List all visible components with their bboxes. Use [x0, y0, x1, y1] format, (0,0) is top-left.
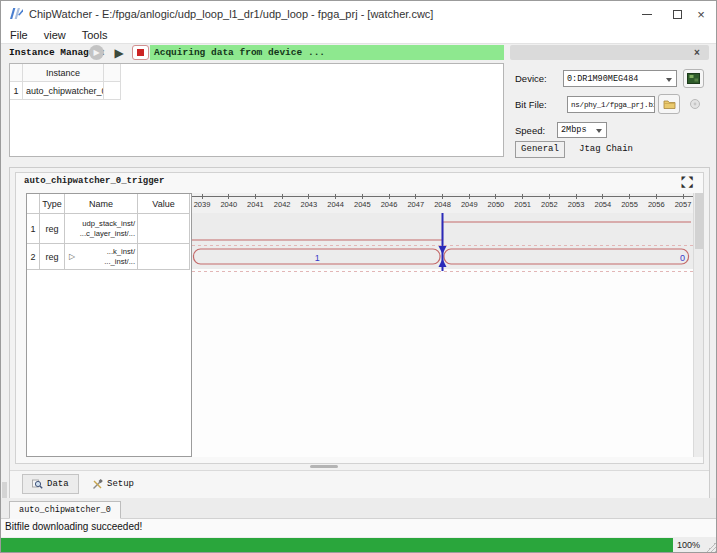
ruler-tick	[282, 194, 283, 199]
document-tab-strip: auto_chipwatcher_0	[1, 498, 717, 519]
tab-data[interactable]: Data	[22, 474, 79, 494]
ruler-tick	[308, 194, 309, 199]
device-panel: Device: 0:DR1M90MEG484 Bit File: ns/phy_…	[509, 61, 715, 163]
disabled-download-icon	[689, 98, 701, 110]
wave-scrollbar-thumb[interactable]	[695, 193, 703, 249]
svg-text:0: 0	[680, 253, 685, 263]
speed-select[interactable]: 2Mbps	[557, 122, 607, 138]
instance-table-header: Instance	[10, 64, 503, 82]
ruler-tick-label: 2050	[483, 200, 509, 209]
ruler-tick-label: 2043	[296, 200, 322, 209]
minimize-button[interactable]	[635, 3, 659, 25]
tab-setup[interactable]: Setup	[82, 474, 144, 494]
bitfile-input[interactable]: ns/phy_1/fpga_prj.bit	[567, 96, 655, 113]
ruler-tick	[202, 194, 203, 199]
play-icon: ▶	[114, 46, 123, 60]
menu-item-tools[interactable]: Tools	[82, 29, 108, 41]
expand-icon: ◤	[680, 175, 687, 182]
signal-row-number: 2	[27, 244, 40, 270]
ruler-tick-label: 2055	[617, 200, 643, 209]
ruler-tick	[549, 194, 550, 199]
ruler-tick	[442, 194, 443, 199]
header-cell-instance: Instance	[23, 64, 104, 82]
ruler-tick-label: 2053	[563, 200, 589, 209]
minimize-icon	[642, 14, 652, 15]
wave-scrollbar[interactable]	[693, 193, 703, 457]
ruler-tick-label: 2048	[430, 200, 456, 209]
browse-bitfile-button[interactable]	[658, 94, 680, 114]
ruler-tick-label: 2052	[536, 200, 562, 209]
document-tab[interactable]: auto_chipwatcher_0	[9, 501, 121, 519]
progress-label: 100%	[677, 540, 700, 550]
ruler-tick	[522, 194, 523, 199]
column-name: Name	[65, 194, 138, 214]
left-edge-scrollbar[interactable]	[2, 482, 7, 498]
ruler-tick	[656, 194, 657, 199]
signal-row-type: reg	[40, 244, 65, 270]
tab-general[interactable]: General	[515, 141, 565, 158]
menu-item-view[interactable]: view	[44, 29, 66, 41]
waveform-canvas: 10	[192, 213, 693, 275]
bitfile-input-value: ns/phy_1/fpga_prj.bit	[571, 101, 655, 109]
progress-bar: 100%	[1, 537, 717, 553]
waveform-ruler: 2039204020412042204320442045204620472048…	[192, 193, 693, 213]
waveform-view[interactable]: 2039204020412042204320442045204620472048…	[192, 193, 693, 457]
play-icon: ▶	[93, 48, 99, 57]
folder-icon	[663, 99, 676, 109]
splitter-handle[interactable]	[310, 465, 338, 468]
ruler-tick	[228, 194, 229, 199]
speed-select-value: 2Mbps	[561, 125, 587, 135]
signal-row-name: ▷ ...k_inst/ ..._inst/...	[65, 244, 138, 270]
menu-item-file[interactable]: File	[10, 29, 28, 41]
ruler-tick	[362, 194, 363, 199]
ruler-tick-label: 2056	[643, 200, 669, 209]
toolbar-progress-track: ×	[510, 45, 709, 60]
signal-row-type: reg	[40, 214, 65, 244]
close-button[interactable]: ×	[689, 3, 713, 25]
signal-row-1[interactable]: 1 reg udp_stack_inst/ ...c_layer_inst/..…	[27, 214, 191, 244]
resize-grip[interactable]	[706, 542, 716, 552]
signal-row-value	[138, 244, 190, 270]
signal-row-2[interactable]: 2 reg ▷ ...k_inst/ ..._inst/...	[27, 244, 191, 270]
acquire-status-banner: Acquiring data from device ...	[150, 45, 504, 60]
close-icon: ×	[697, 7, 705, 22]
ruler-tick-label: 2046	[376, 200, 402, 209]
device-scan-button[interactable]	[683, 69, 704, 88]
ruler-tick-label: 2049	[456, 200, 482, 209]
trigger-wave-panel: auto_chipwatcher_0_trigger ◤◥◣◢ Type Nam…	[15, 172, 704, 464]
ruler-tick	[469, 194, 470, 199]
tab-jtag-chain[interactable]: Jtag Chain	[567, 141, 645, 158]
status-bar: Bitfile downloading succeeded!	[1, 519, 717, 537]
ruler-tick-label: 2054	[590, 200, 616, 209]
chevron-down-icon	[666, 78, 672, 82]
ruler-tick-label: 2044	[323, 200, 349, 209]
ruler-tick	[495, 194, 496, 199]
ruler-tick	[389, 194, 390, 199]
expand-button[interactable]: ◤◥◣◢	[680, 175, 696, 189]
download-bitfile-button[interactable]	[684, 94, 705, 114]
toolbar-close-button[interactable]: ×	[690, 45, 704, 60]
close-icon: ×	[694, 47, 700, 58]
column-type: Type	[40, 194, 65, 214]
stop-button[interactable]	[132, 45, 149, 60]
search-icon	[32, 479, 43, 490]
instance-row-name: auto_chipwatcher_0	[23, 82, 104, 100]
signal-row-number: 1	[27, 214, 40, 244]
run-disabled-button[interactable]: ▶	[89, 45, 104, 60]
progress-fill	[1, 538, 673, 553]
chip-scan-icon	[687, 73, 700, 84]
instance-row[interactable]: 1 auto_chipwatcher_0	[10, 82, 503, 100]
wave-panel-title: auto_chipwatcher_0_trigger	[24, 176, 164, 186]
instance-row-extra	[104, 82, 121, 100]
ruler-tick	[415, 194, 416, 199]
device-select[interactable]: 0:DR1M90MEG484	[563, 70, 677, 87]
signal-table-header: Type Name Value	[27, 194, 191, 214]
watcher-workspace: auto_chipwatcher_0_trigger ◤◥◣◢ Type Nam…	[9, 167, 710, 498]
ruler-tick	[335, 194, 336, 199]
chevron-down-icon	[596, 129, 602, 133]
instance-row-number: 1	[10, 82, 23, 100]
maximize-button[interactable]	[665, 3, 689, 25]
run-button[interactable]: ▶	[111, 44, 127, 61]
ruler-tick-label: 2039	[192, 200, 215, 209]
bottom-tab-bar: Data Setup	[10, 470, 709, 498]
